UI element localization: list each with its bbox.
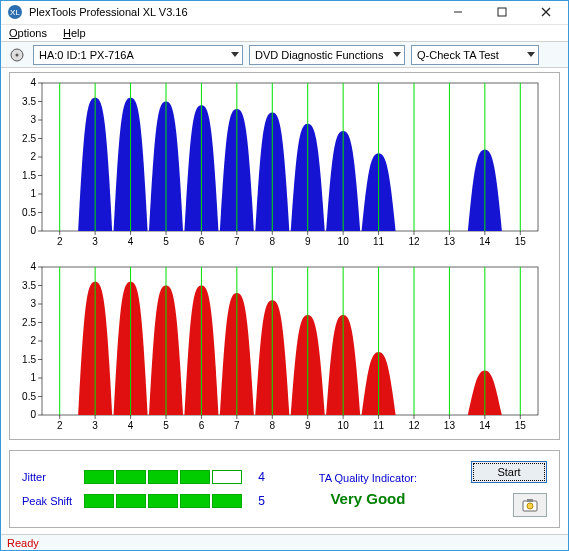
ta-chart-lands: 00.511.522.533.5423456789101112131415 [14, 261, 555, 435]
svg-text:2: 2 [57, 236, 63, 247]
svg-text:14: 14 [479, 236, 491, 247]
status-bar: Ready [1, 534, 568, 550]
svg-marker-10 [527, 52, 535, 57]
meter-segment [212, 494, 242, 508]
svg-text:7: 7 [234, 420, 240, 431]
chevron-down-icon [231, 52, 239, 58]
peakshift-meter [84, 494, 242, 508]
function-select-value: DVD Diagnostic Functions [255, 49, 383, 61]
svg-text:3: 3 [92, 420, 98, 431]
svg-text:4: 4 [30, 261, 36, 272]
function-select[interactable]: DVD Diagnostic Functions [249, 45, 405, 65]
svg-marker-8 [231, 52, 239, 57]
meter-segment [212, 470, 242, 484]
maximize-button[interactable] [480, 1, 524, 24]
svg-text:0: 0 [30, 225, 36, 236]
test-select-value: Q-Check TA Test [417, 49, 499, 61]
svg-text:5: 5 [163, 420, 169, 431]
start-button[interactable]: Start [471, 461, 547, 483]
svg-text:13: 13 [444, 236, 456, 247]
svg-text:7: 7 [234, 236, 240, 247]
peakshift-value: 5 [254, 494, 265, 508]
chevron-down-icon [393, 52, 401, 58]
svg-text:5: 5 [163, 236, 169, 247]
meter-segment [148, 494, 178, 508]
app-icon: XL [7, 4, 23, 20]
svg-text:10: 10 [338, 420, 350, 431]
window-title: PlexTools Professional XL V3.16 [29, 6, 436, 18]
svg-point-7 [16, 53, 19, 56]
menu-help[interactable]: Help [63, 27, 86, 39]
svg-text:12: 12 [408, 236, 420, 247]
meter-segment [148, 470, 178, 484]
svg-text:6: 6 [199, 420, 205, 431]
meter-segment [84, 494, 114, 508]
svg-text:3: 3 [30, 114, 36, 125]
svg-text:4: 4 [128, 236, 134, 247]
meter-segment [116, 470, 146, 484]
svg-text:2: 2 [57, 420, 63, 431]
svg-rect-3 [498, 8, 506, 16]
save-image-button[interactable] [513, 493, 547, 517]
svg-text:XL: XL [10, 8, 20, 17]
svg-text:13: 13 [444, 420, 456, 431]
svg-text:2: 2 [30, 335, 36, 346]
svg-text:11: 11 [373, 420, 385, 431]
meter-segment [180, 470, 210, 484]
meter-segment [116, 494, 146, 508]
refresh-drives-icon[interactable] [7, 45, 27, 65]
metrics-panel: Jitter 4 Peak Shift 5 TA Quality Indicat… [9, 450, 560, 528]
drive-select[interactable]: HA:0 ID:1 PX-716A [33, 45, 243, 65]
minimize-button[interactable] [436, 1, 480, 24]
meter-segment [84, 470, 114, 484]
svg-text:6: 6 [199, 236, 205, 247]
svg-text:1: 1 [30, 372, 36, 383]
svg-text:10: 10 [338, 236, 350, 247]
ta-quality-value: Very Good [265, 490, 471, 507]
menu-options[interactable]: Options [9, 27, 47, 39]
svg-text:9: 9 [305, 236, 311, 247]
svg-text:0.5: 0.5 [22, 391, 36, 402]
svg-text:2.5: 2.5 [22, 317, 36, 328]
chart-container: 00.511.522.533.5423456789101112131415 00… [9, 72, 560, 440]
test-select[interactable]: Q-Check TA Test [411, 45, 539, 65]
svg-text:15: 15 [515, 420, 527, 431]
svg-text:2: 2 [30, 151, 36, 162]
ta-quality-label: TA Quality Indicator: [265, 472, 471, 484]
svg-text:8: 8 [270, 420, 276, 431]
svg-text:15: 15 [515, 236, 527, 247]
status-text: Ready [7, 537, 39, 549]
svg-marker-9 [393, 52, 401, 57]
ta-chart-pits: 00.511.522.533.5423456789101112131415 [14, 77, 555, 251]
svg-text:3.5: 3.5 [22, 96, 36, 107]
svg-text:1.5: 1.5 [22, 354, 36, 365]
svg-text:2.5: 2.5 [22, 133, 36, 144]
svg-text:12: 12 [408, 420, 420, 431]
svg-text:8: 8 [270, 236, 276, 247]
svg-text:1.5: 1.5 [22, 170, 36, 181]
chevron-down-icon [527, 52, 535, 58]
svg-text:14: 14 [479, 420, 491, 431]
svg-text:3: 3 [30, 298, 36, 309]
drive-select-value: HA:0 ID:1 PX-716A [39, 49, 134, 61]
svg-text:1: 1 [30, 188, 36, 199]
titlebar: XL PlexTools Professional XL V3.16 [1, 1, 568, 25]
close-button[interactable] [524, 1, 568, 24]
svg-text:4: 4 [30, 77, 36, 88]
svg-text:0.5: 0.5 [22, 207, 36, 218]
svg-text:3: 3 [92, 236, 98, 247]
peakshift-label: Peak Shift [22, 495, 72, 507]
jitter-value: 4 [254, 470, 265, 484]
svg-point-134 [527, 503, 533, 509]
menubar: Options Help [1, 25, 568, 42]
meter-segment [180, 494, 210, 508]
svg-rect-135 [527, 499, 533, 502]
svg-text:3.5: 3.5 [22, 280, 36, 291]
toolbar: HA:0 ID:1 PX-716A DVD Diagnostic Functio… [1, 42, 568, 68]
jitter-meter [84, 470, 242, 484]
svg-text:0: 0 [30, 409, 36, 420]
svg-text:11: 11 [373, 236, 385, 247]
svg-text:4: 4 [128, 420, 134, 431]
jitter-label: Jitter [22, 471, 72, 483]
svg-text:9: 9 [305, 420, 311, 431]
